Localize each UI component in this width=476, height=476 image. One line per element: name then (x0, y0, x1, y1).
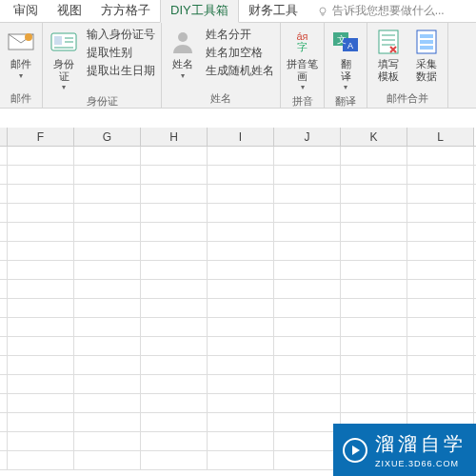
cell[interactable] (141, 185, 208, 204)
cell[interactable] (0, 375, 8, 394)
cell[interactable] (407, 394, 474, 413)
cell[interactable] (208, 394, 274, 413)
pinyin-button[interactable]: áя字 拼音笔 画 ▾ (285, 25, 320, 93)
cell[interactable] (8, 242, 74, 261)
cell[interactable] (208, 375, 274, 394)
col-header-H[interactable]: H (141, 128, 208, 146)
cell[interactable] (74, 280, 141, 299)
cell[interactable] (8, 318, 74, 337)
cell[interactable] (0, 185, 8, 204)
cell[interactable] (0, 280, 8, 299)
cell[interactable] (208, 242, 274, 261)
cell[interactable] (141, 356, 208, 375)
cell[interactable] (74, 299, 141, 318)
cell[interactable] (407, 299, 474, 318)
col-header-K[interactable]: K (341, 128, 407, 146)
cell[interactable] (0, 204, 8, 223)
cell[interactable] (341, 299, 407, 318)
cell[interactable] (0, 166, 8, 185)
cell[interactable] (208, 432, 274, 451)
cell[interactable] (74, 375, 141, 394)
cell[interactable] (274, 432, 341, 451)
cell[interactable] (8, 147, 74, 166)
cell[interactable] (0, 451, 8, 470)
tab-review[interactable]: 审阅 (4, 0, 48, 22)
cell[interactable] (8, 166, 74, 185)
cell[interactable] (141, 223, 208, 242)
cell[interactable] (407, 261, 474, 280)
cell[interactable] (341, 223, 407, 242)
cell[interactable] (8, 204, 74, 223)
col-header-G[interactable]: G (74, 128, 141, 146)
cell[interactable] (74, 356, 141, 375)
cell[interactable] (0, 432, 8, 451)
cell[interactable] (407, 185, 474, 204)
cell[interactable] (0, 299, 8, 318)
cell[interactable] (208, 451, 274, 470)
col-header-J[interactable]: J (274, 128, 341, 146)
cmd-extract-birth[interactable]: 提取出生日期 (87, 63, 155, 79)
cell[interactable] (407, 337, 474, 356)
cell[interactable] (274, 299, 341, 318)
cell[interactable] (208, 413, 274, 432)
cell[interactable] (0, 223, 8, 242)
cell[interactable] (8, 413, 74, 432)
cell[interactable] (341, 204, 407, 223)
cell[interactable] (0, 147, 8, 166)
cell[interactable] (208, 261, 274, 280)
cell[interactable] (208, 299, 274, 318)
cell[interactable] (141, 204, 208, 223)
cell[interactable] (141, 166, 208, 185)
cmd-name-random[interactable]: 生成随机姓名 (206, 63, 274, 79)
cell[interactable] (407, 375, 474, 394)
translate-button[interactable]: 文A 翻 译 ▾ (328, 25, 363, 93)
cell[interactable] (0, 261, 8, 280)
cell[interactable] (141, 432, 208, 451)
cell[interactable] (8, 185, 74, 204)
cmd-extract-gender[interactable]: 提取性别 (87, 45, 155, 61)
cell[interactable] (141, 413, 208, 432)
cell[interactable] (208, 204, 274, 223)
cell[interactable] (341, 356, 407, 375)
mail-button[interactable]: 邮件 ▾ (4, 25, 38, 82)
cell[interactable] (274, 337, 341, 356)
cell[interactable] (8, 432, 74, 451)
cell[interactable] (74, 451, 141, 470)
cell[interactable] (274, 451, 341, 470)
cell[interactable] (407, 280, 474, 299)
fill-template-button[interactable]: 填写 模板 (371, 25, 406, 84)
cmd-input-id[interactable]: 输入身份证号 (87, 27, 155, 43)
cell[interactable] (407, 204, 474, 223)
cmd-name-space[interactable]: 姓名加空格 (206, 45, 274, 61)
cell[interactable] (208, 356, 274, 375)
cell[interactable] (208, 185, 274, 204)
cell[interactable] (341, 375, 407, 394)
cell[interactable] (8, 299, 74, 318)
cell[interactable] (208, 280, 274, 299)
cell[interactable] (74, 166, 141, 185)
cell[interactable] (274, 166, 341, 185)
idcard-button[interactable]: 身份 证 ▾ (47, 25, 81, 93)
cell[interactable] (341, 318, 407, 337)
cell[interactable] (274, 394, 341, 413)
cell[interactable] (274, 223, 341, 242)
cell[interactable] (74, 394, 141, 413)
cell[interactable] (8, 375, 74, 394)
cell[interactable] (8, 356, 74, 375)
col-header-F[interactable]: F (8, 128, 74, 146)
cell[interactable] (407, 166, 474, 185)
cell[interactable] (8, 394, 74, 413)
cell[interactable] (141, 451, 208, 470)
cmd-name-split[interactable]: 姓名分开 (206, 27, 274, 43)
cell[interactable] (208, 318, 274, 337)
cell[interactable] (0, 318, 8, 337)
cell[interactable] (407, 242, 474, 261)
cell[interactable] (8, 451, 74, 470)
name-button[interactable]: 姓名 ▾ (166, 25, 200, 82)
cell[interactable] (341, 166, 407, 185)
tab-diy-toolbox[interactable]: DIY工具箱 (160, 0, 239, 23)
cell[interactable] (0, 394, 8, 413)
cell[interactable] (341, 394, 407, 413)
cell[interactable] (0, 337, 8, 356)
cell[interactable] (74, 204, 141, 223)
